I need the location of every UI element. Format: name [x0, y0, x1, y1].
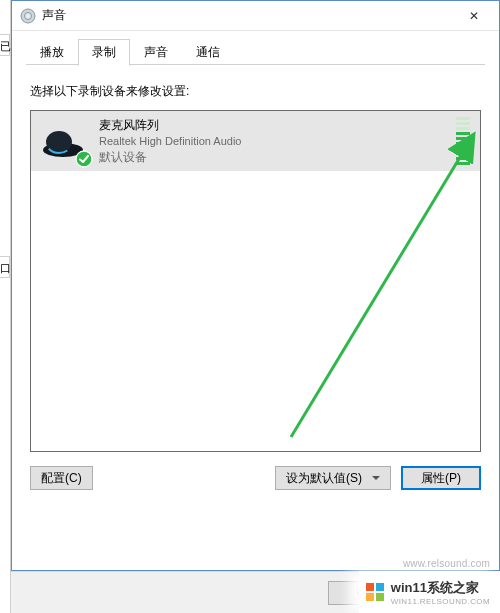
svg-line-6 — [291, 139, 471, 437]
level-segment — [456, 122, 470, 125]
tab-play[interactable]: 播放 — [26, 39, 78, 65]
level-segment — [456, 157, 470, 160]
tab-comm[interactable]: 通信 — [182, 39, 234, 65]
device-icon — [37, 116, 91, 166]
configure-button[interactable]: 配置(C) — [30, 466, 93, 490]
device-list[interactable]: 麦克风阵列 Realtek High Definition Audio 默认设备 — [30, 110, 481, 452]
sound-dialog: 声音 ✕ 播放 录制 声音 通信 选择以下录制设备来修改设置: — [11, 0, 500, 571]
device-name: 麦克风阵列 — [99, 117, 448, 133]
properties-button[interactable]: 属性(P) — [401, 466, 481, 490]
watermark-cn: win11系统之家 — [391, 579, 490, 597]
sound-app-icon — [20, 8, 36, 24]
edge-fragment: 口 — [0, 256, 10, 278]
set-default-button[interactable]: 设为默认值(S) — [275, 466, 391, 490]
left-edge-strip: 已 口 — [0, 0, 11, 613]
level-segment — [456, 137, 470, 140]
window-title: 声音 — [42, 7, 451, 24]
device-row[interactable]: 麦克风阵列 Realtek High Definition Audio 默认设备 — [31, 111, 480, 171]
device-text: 麦克风阵列 Realtek High Definition Audio 默认设备 — [99, 117, 448, 165]
titlebar: 声音 ✕ — [12, 1, 499, 31]
default-check-icon — [75, 150, 93, 168]
level-segment — [456, 152, 470, 155]
tab-sound[interactable]: 声音 — [130, 39, 182, 65]
watermark-logo-icon — [365, 582, 385, 602]
level-segment — [456, 127, 470, 130]
close-button[interactable]: ✕ — [451, 2, 497, 30]
watermark-en: WIN11.RELSOUND.COM — [391, 597, 490, 606]
level-segment — [456, 147, 470, 150]
instruction-text: 选择以下录制设备来修改设置: — [30, 83, 481, 100]
level-meter-icon — [456, 117, 470, 165]
svg-point-1 — [25, 12, 32, 19]
tab-strip: 播放 录制 声音 通信 — [26, 39, 485, 65]
watermark: www.relsound.com win11系统之家 WIN11.RELSOUN… — [359, 571, 500, 613]
level-segment — [456, 132, 470, 135]
level-segment — [456, 162, 470, 165]
tab-record[interactable]: 录制 — [78, 39, 130, 66]
watermark-text: win11系统之家 WIN11.RELSOUND.COM — [391, 579, 490, 606]
svg-rect-10 — [376, 593, 384, 601]
level-segment — [456, 117, 470, 120]
edge-fragment: 已 — [0, 34, 10, 56]
svg-point-5 — [76, 151, 92, 167]
svg-rect-9 — [366, 593, 374, 601]
dialog-body: 播放 录制 声音 通信 选择以下录制设备来修改设置: — [12, 31, 499, 502]
svg-rect-7 — [366, 583, 374, 591]
watermark-url: www.relsound.com — [403, 558, 490, 569]
device-status: 默认设备 — [99, 149, 448, 165]
bottom-button-row: 配置(C) 设为默认值(S) 属性(P) — [30, 466, 481, 490]
svg-rect-8 — [376, 583, 384, 591]
annotation-arrow-icon — [281, 129, 481, 449]
device-vendor: Realtek High Definition Audio — [99, 133, 448, 149]
close-icon: ✕ — [469, 9, 479, 23]
level-segment — [456, 142, 470, 145]
